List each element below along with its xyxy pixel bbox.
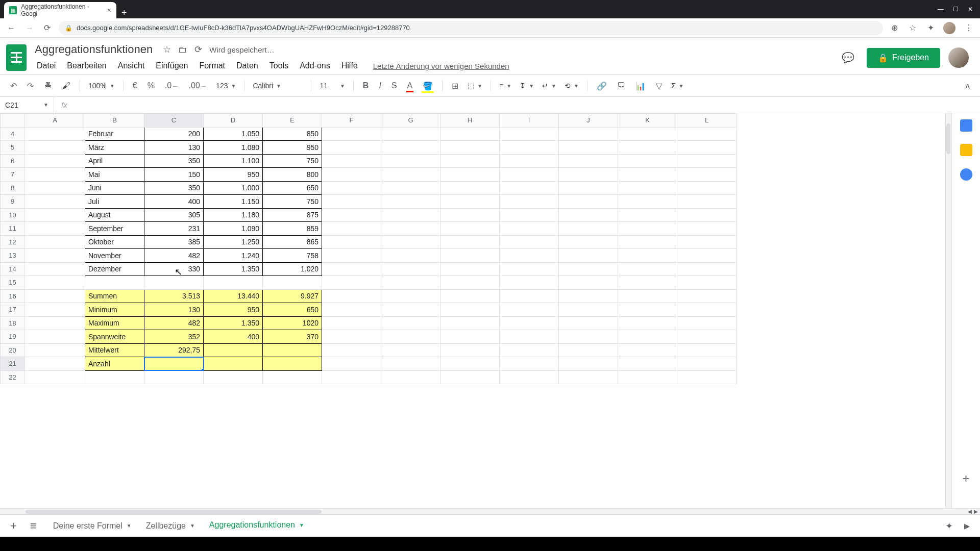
- cell-K7[interactable]: [618, 168, 677, 182]
- cell-J21[interactable]: [559, 357, 618, 371]
- cell-K6[interactable]: [618, 154, 677, 168]
- filter-icon[interactable]: ▽: [652, 78, 666, 94]
- cell-L22[interactable]: [677, 370, 737, 384]
- v-align-select[interactable]: ↧▼: [517, 80, 537, 92]
- cell-I9[interactable]: [500, 195, 559, 209]
- cell-D7[interactable]: 950: [204, 168, 263, 182]
- cell-L11[interactable]: [677, 222, 737, 236]
- cell-B15[interactable]: [85, 276, 144, 290]
- cell-B13[interactable]: November: [85, 249, 144, 263]
- cell-K20[interactable]: [618, 343, 677, 357]
- cell-E18[interactable]: 1020: [263, 316, 322, 330]
- cell-K15[interactable]: [618, 276, 677, 290]
- cell-C9[interactable]: 400: [144, 195, 204, 209]
- cell-C13[interactable]: 482: [144, 249, 204, 263]
- menu-bearbeiten[interactable]: Bearbeiten: [62, 58, 111, 73]
- cell-A6[interactable]: [25, 154, 85, 168]
- cell-B10[interactable]: August: [85, 208, 144, 222]
- cell-B14[interactable]: Dezember: [85, 262, 144, 276]
- chart-icon[interactable]: 📊: [631, 78, 650, 94]
- cell-K9[interactable]: [618, 195, 677, 209]
- cell-K5[interactable]: [618, 141, 677, 155]
- menu-daten[interactable]: Daten: [231, 58, 263, 73]
- menu-hilfe[interactable]: Hilfe: [336, 58, 363, 73]
- cell-F6[interactable]: [322, 154, 381, 168]
- cell-D14[interactable]: 1.350: [204, 262, 263, 276]
- cell-I21[interactable]: [500, 357, 559, 371]
- cell-F8[interactable]: [322, 181, 381, 195]
- cell-K22[interactable]: [618, 370, 677, 384]
- cell-I22[interactable]: [500, 370, 559, 384]
- cell-E10[interactable]: 875: [263, 208, 322, 222]
- profile-avatar[interactable]: [943, 22, 955, 34]
- sheet-tab[interactable]: Zellbezüge▼: [139, 516, 202, 535]
- row-header-5[interactable]: 5: [1, 141, 25, 155]
- cell-A21[interactable]: [25, 357, 85, 371]
- row-header-6[interactable]: 6: [1, 154, 25, 168]
- cell-C22[interactable]: [144, 370, 204, 384]
- cell-L4[interactable]: [677, 127, 737, 141]
- minimize-icon[interactable]: —: [938, 6, 944, 13]
- font-size-select[interactable]: 11▼: [316, 80, 348, 92]
- cell-H9[interactable]: [440, 195, 500, 209]
- cell-B8[interactable]: Juni: [85, 181, 144, 195]
- cell-E9[interactable]: 750: [263, 195, 322, 209]
- maximize-icon[interactable]: ☐: [953, 6, 959, 13]
- row-header-20[interactable]: 20: [1, 343, 25, 357]
- cell-I7[interactable]: [500, 168, 559, 182]
- cell-B20[interactable]: Mittelwert: [85, 343, 144, 357]
- collapse-toolbar-icon[interactable]: ʌ: [961, 78, 974, 94]
- percent-button[interactable]: %: [143, 78, 159, 93]
- cell-C19[interactable]: 352: [144, 330, 204, 344]
- cell-C15[interactable]: [144, 276, 204, 290]
- chevron-down-icon[interactable]: ▼: [190, 523, 195, 529]
- cell-E13[interactable]: 758: [263, 249, 322, 263]
- cell-F10[interactable]: [322, 208, 381, 222]
- cell-J10[interactable]: [559, 208, 618, 222]
- cell-F18[interactable]: [322, 316, 381, 330]
- cell-I11[interactable]: [500, 222, 559, 236]
- cell-F14[interactable]: [322, 262, 381, 276]
- cell-L19[interactable]: [677, 330, 737, 344]
- column-header-G[interactable]: G: [381, 114, 440, 128]
- cell-G10[interactable]: [381, 208, 440, 222]
- cell-J6[interactable]: [559, 154, 618, 168]
- cell-I13[interactable]: [500, 249, 559, 263]
- cell-F15[interactable]: [322, 276, 381, 290]
- cell-J11[interactable]: [559, 222, 618, 236]
- cell-G12[interactable]: [381, 235, 440, 249]
- cell-A13[interactable]: [25, 249, 85, 263]
- cell-H6[interactable]: [440, 154, 500, 168]
- cell-J17[interactable]: [559, 303, 618, 317]
- sheets-logo[interactable]: [6, 44, 27, 71]
- cell-H16[interactable]: [440, 289, 500, 303]
- cell-D19[interactable]: 400: [204, 330, 263, 344]
- spreadsheet-grid[interactable]: ABCDEFGHIJKL4Februar2001.0508505März1301…: [0, 113, 951, 508]
- cell-E7[interactable]: 800: [263, 168, 322, 182]
- wrap-select[interactable]: ↵▼: [539, 80, 559, 92]
- menu-ansicht[interactable]: Ansicht: [113, 58, 150, 73]
- cell-A8[interactable]: [25, 181, 85, 195]
- cell-A20[interactable]: [25, 343, 85, 357]
- cell-D16[interactable]: 13.440: [204, 289, 263, 303]
- cell-F13[interactable]: [322, 249, 381, 263]
- cell-D4[interactable]: 1.050: [204, 127, 263, 141]
- cell-J9[interactable]: [559, 195, 618, 209]
- cell-J22[interactable]: [559, 370, 618, 384]
- row-header-22[interactable]: 22: [1, 370, 25, 384]
- cell-G20[interactable]: [381, 343, 440, 357]
- cell-H10[interactable]: [440, 208, 500, 222]
- cell-B7[interactable]: Mai: [85, 168, 144, 182]
- print-icon[interactable]: 🖶: [40, 78, 56, 93]
- column-header-H[interactable]: H: [440, 114, 500, 128]
- link-icon[interactable]: 🔗: [593, 78, 611, 94]
- cell-C11[interactable]: 231: [144, 222, 204, 236]
- cell-F17[interactable]: [322, 303, 381, 317]
- cell-C6[interactable]: 350: [144, 154, 204, 168]
- explore-icon[interactable]: ✦: [945, 520, 953, 532]
- cell-L5[interactable]: [677, 141, 737, 155]
- cell-H11[interactable]: [440, 222, 500, 236]
- cell-E20[interactable]: [263, 343, 322, 357]
- bookmark-icon[interactable]: ☆: [907, 21, 918, 35]
- fill-color-icon[interactable]: 🪣: [419, 78, 437, 94]
